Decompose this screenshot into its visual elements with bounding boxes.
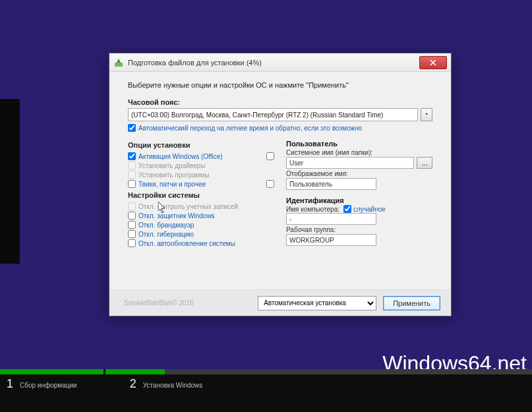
setup-dialog: Подготовка файлов для установки (4%) Выб… [109,53,452,316]
workgroup-label: Рабочая группа: [286,226,432,233]
close-icon [430,59,436,66]
opt-tweaks-trail[interactable] [266,180,274,188]
setup-icon [113,57,124,68]
sys-defender[interactable]: Откл. защитник Windows [128,211,274,220]
dispname-label: Отображаемое имя: [286,170,432,177]
ident-title: Идентификация [286,196,432,204]
sys-autoupdate[interactable]: Откл. автообновление системы [128,239,274,248]
close-button[interactable] [419,56,447,69]
install-options-title: Опции установки [128,141,274,149]
copyright: SmokieBlahBlah© 2016 [124,299,194,307]
random-checkbox[interactable] [343,205,351,213]
dst-checkbox-row[interactable]: Автоматический переход на летнее время и… [128,124,432,132]
sys-autoupdate-checkbox[interactable] [128,239,136,247]
opt-activate-label: Активация Windows (Office) [138,153,223,160]
dispname-input[interactable] [286,178,376,190]
install-mode-select[interactable]: Автоматическая установка [258,296,376,310]
random-checkbox-row[interactable]: случайное [343,205,386,213]
sys-defender-label: Откл. защитник Windows [138,212,215,220]
sys-hiber-label: Откл. гибернацию [138,231,194,238]
step-2-label: Установка Windows [143,382,203,389]
apply-button[interactable]: Применить [383,296,440,310]
timezone-select[interactable] [128,108,418,121]
sys-hiber[interactable]: Откл. гибернацию [128,229,274,239]
timezone-dropdown-button[interactable]: * [421,108,432,121]
dialog-body: Выберите нужные опции и настройки ОС и н… [109,72,451,289]
sysname-browse[interactable]: ... [417,157,432,169]
opt-programs-checkbox [128,171,136,179]
svg-rect-0 [115,63,123,67]
titlebar: Подготовка файлов для установки (4%) [109,53,451,72]
install-progress-bar [0,369,532,374]
sysname-label: Системное имя (имя папки): [286,149,432,156]
sys-firewall[interactable]: Откл. брандмауэр [128,220,274,229]
compname-input[interactable] [286,213,376,225]
sys-hiber-checkbox[interactable] [128,230,136,238]
opt-activate-checkbox[interactable] [128,152,136,160]
random-label: случайное [353,206,386,213]
step-1: 1 Сбор информации [7,377,77,391]
install-progress-area: 1 Сбор информации 2 Установка Windows [0,369,532,402]
taskbar [0,402,532,412]
sys-autoupdate-label: Откл. автообновление системы [138,240,235,247]
sys-defender-checkbox[interactable] [128,212,136,220]
sysname-input[interactable] [286,157,414,169]
sys-uac: Откл. контроль учетных записей [128,202,274,211]
user-title: Пользователь [286,140,432,148]
opt-programs: Установить программы [128,170,274,179]
opt-tweaks-checkbox[interactable] [128,180,136,188]
dialog-footer: SmokieBlahBlah© 2016 Автоматическая уста… [109,289,451,316]
sys-firewall-checkbox[interactable] [128,221,136,229]
sys-uac-checkbox [128,202,136,210]
left-dark-strip [0,99,20,264]
instruction-text: Выберите нужные опции и настройки ОС и н… [128,81,432,89]
desktop-background: Подготовка файлов для установки (4%) Выб… [0,0,532,412]
step-1-label: Сбор информации [20,382,77,389]
opt-drivers-checkbox [128,162,136,169]
sys-uac-label: Откл. контроль учетных записей [138,203,238,210]
opt-drivers-label: Установить драйверы [138,162,205,169]
system-settings-title: Настройки системы [128,191,274,199]
timezone-label: Часовой пояс: [128,98,432,106]
dialog-title: Подготовка файлов для установки (4%) [128,59,419,67]
compname-label: Имя компьютера: [286,206,340,213]
opt-tweaks[interactable]: Твики, патчи и прочее [128,179,274,189]
step-2-num: 2 [130,377,136,391]
opt-activate[interactable]: Активация Windows (Office) [128,152,274,161]
step-2: 2 Установка Windows [130,377,203,391]
sys-firewall-label: Откл. брандмауэр [138,221,194,229]
step-1-num: 1 [7,377,13,391]
opt-drivers: Установить драйверы [128,161,274,170]
opt-programs-label: Установить программы [138,171,210,179]
dst-label: Автоматический переход на летнее время и… [138,125,362,132]
opt-tweaks-label: Твики, патчи и прочее [138,181,206,188]
workgroup-input[interactable] [286,234,376,246]
dst-checkbox[interactable] [128,124,136,132]
opt-activate-trail[interactable] [266,152,274,160]
